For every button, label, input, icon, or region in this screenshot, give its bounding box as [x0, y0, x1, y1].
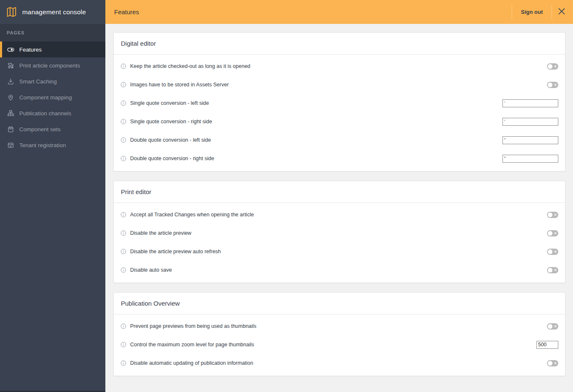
- zoom-level-input[interactable]: [536, 341, 558, 349]
- setting-control: ✕: [547, 249, 558, 255]
- toggle-knob: [548, 213, 552, 217]
- info-icon[interactable]: [120, 100, 126, 106]
- main-column: Features Sign out Digital editor Keep th…: [105, 0, 573, 392]
- puzzle-icon: [7, 62, 14, 69]
- toggle-switch-off[interactable]: ✕: [547, 267, 558, 273]
- info-icon[interactable]: [120, 249, 126, 254]
- sidebar-item-features[interactable]: Features: [0, 42, 105, 57]
- quote-input[interactable]: [502, 155, 558, 163]
- toggle-x-icon: ✕: [554, 82, 557, 88]
- setting-label: Single quote conversion - left side: [130, 100, 502, 106]
- toggle-x-icon: ✕: [554, 230, 557, 236]
- setting-row: Single quote conversion - right side: [120, 112, 558, 131]
- setting-label: Disable auto save: [130, 267, 547, 273]
- setting-label: Keep the article checked-out as long as …: [130, 63, 547, 69]
- sidebar: management console PAGES Features Print …: [0, 0, 105, 392]
- setting-control: ✕: [547, 212, 558, 218]
- card-title: Publication Overview: [114, 293, 565, 314]
- setting-row: Control the maximum zoom level for page …: [120, 335, 558, 354]
- logo-bar: management console: [0, 0, 105, 24]
- content: Digital editor Keep the article checked-…: [105, 24, 573, 392]
- info-icon[interactable]: [120, 156, 126, 161]
- setting-control: ✕: [547, 230, 558, 236]
- toggle-knob: [548, 268, 552, 273]
- toggle-knob: [548, 249, 552, 254]
- quote-input[interactable]: [502, 136, 558, 144]
- toggle-switch-off[interactable]: ✕: [547, 82, 558, 88]
- app-title: management console: [22, 8, 86, 16]
- page-header: Features Sign out: [105, 0, 573, 24]
- setting-row: Disable auto save ✕: [120, 261, 558, 279]
- quote-input[interactable]: [502, 99, 558, 107]
- info-icon[interactable]: [120, 212, 126, 218]
- sidebar-item-label: Features: [19, 47, 42, 53]
- pages-section-header: PAGES: [0, 24, 105, 42]
- toggle-switch-off[interactable]: ✕: [547, 360, 558, 366]
- download-icon: [7, 78, 14, 85]
- setting-control: [502, 136, 558, 144]
- setting-label: Accept all Tracked Changes when opening …: [130, 212, 547, 218]
- card-publication-overview: Publication Overview Prevent page previe…: [113, 292, 565, 376]
- sidebar-item-label: Component mapping: [19, 94, 72, 101]
- setting-control: ✕: [547, 360, 558, 366]
- sidebar-item-label: Print article components: [19, 62, 80, 69]
- sidebar-item-label: Tenant registration: [19, 142, 66, 148]
- sidebar-item-print-article-components[interactable]: Print article components: [0, 57, 105, 73]
- close-button[interactable]: [552, 0, 571, 24]
- setting-row: Disable automatic updating of publicatio…: [120, 354, 558, 372]
- card-digital-editor: Digital editor Keep the article checked-…: [113, 32, 565, 171]
- setting-row: Double quote conversion - left side: [120, 131, 558, 149]
- card-rows: Accept all Tracked Changes when opening …: [114, 203, 565, 283]
- info-icon[interactable]: [120, 63, 126, 69]
- sidebar-item-smart-caching[interactable]: Smart Caching: [0, 73, 105, 89]
- info-icon[interactable]: [120, 323, 126, 329]
- quote-input[interactable]: [502, 118, 558, 126]
- info-icon[interactable]: [120, 267, 126, 273]
- toggle-x-icon: ✕: [554, 267, 557, 273]
- setting-control: ✕: [547, 63, 558, 70]
- toggle-switch-off[interactable]: ✕: [547, 323, 558, 330]
- info-icon[interactable]: [120, 342, 126, 348]
- info-icon[interactable]: [120, 119, 126, 125]
- setting-row: Disable the article preview auto refresh…: [120, 242, 558, 261]
- sign-out-button[interactable]: Sign out: [512, 0, 552, 24]
- card-print-editor: Print editor Accept all Tracked Changes …: [113, 181, 565, 283]
- sidebar-item-component-mapping[interactable]: Component mapping: [0, 89, 105, 105]
- sidebar-item-publication-channels[interactable]: Publication channels: [0, 105, 105, 121]
- toggle-switch-off[interactable]: ✕: [547, 230, 558, 236]
- setting-control: ✕: [547, 82, 558, 88]
- toggle-x-icon: ✕: [554, 249, 557, 255]
- setting-control: ✕: [547, 267, 558, 273]
- server-check-icon: [7, 141, 14, 149]
- setting-row: Disable the article preview ✕: [120, 224, 558, 242]
- toggle-knob: [548, 64, 552, 69]
- card-title: Print editor: [114, 181, 565, 203]
- setting-row: Images have to be stored in Assets Serve…: [120, 75, 558, 94]
- pages-label: PAGES: [7, 30, 25, 35]
- setting-control: [502, 155, 558, 163]
- setting-row: Prevent page previews from being used as…: [120, 317, 558, 335]
- info-icon[interactable]: [120, 137, 126, 143]
- toggle-switch-off[interactable]: ✕: [547, 249, 558, 255]
- sidebar-item-component-sets[interactable]: Component sets: [0, 121, 105, 137]
- toggle-switch-off[interactable]: ✕: [547, 212, 558, 218]
- setting-label: Double quote conversion - right side: [130, 156, 502, 161]
- toggle-x-icon: ✕: [554, 63, 557, 70]
- box-icon: [7, 125, 14, 133]
- info-icon[interactable]: [120, 230, 126, 236]
- toggle-switch-off[interactable]: ✕: [547, 63, 558, 70]
- info-icon[interactable]: [120, 82, 126, 88]
- setting-label: Disable the article preview auto refresh: [130, 249, 547, 254]
- sidebar-item-label: Smart Caching: [19, 78, 57, 85]
- setting-label: Disable automatic updating of publicatio…: [130, 360, 547, 366]
- toggle-knob: [548, 231, 552, 236]
- card-title: Digital editor: [114, 33, 565, 55]
- sidebar-item-tenant-registration[interactable]: Tenant registration: [0, 137, 105, 153]
- sidebar-nav: Features Print article components Smart …: [0, 42, 105, 153]
- info-icon[interactable]: [120, 360, 126, 366]
- setting-label: Images have to be stored in Assets Serve…: [130, 82, 547, 88]
- setting-row: Double quote conversion - right side: [120, 149, 558, 168]
- setting-label: Prevent page previews from being used as…: [130, 323, 547, 329]
- header-actions: Sign out: [512, 0, 573, 24]
- toggle-knob: [548, 83, 552, 87]
